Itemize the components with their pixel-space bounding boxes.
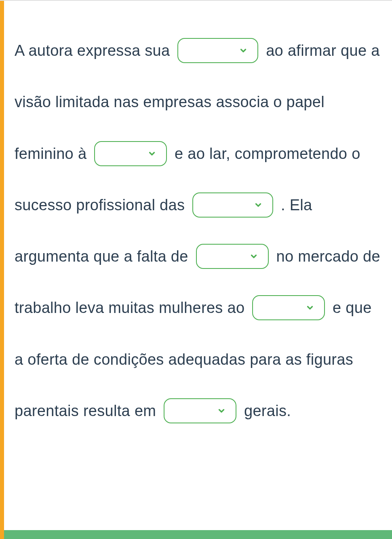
chevron-down-icon xyxy=(254,201,263,209)
blank-dropdown-4[interactable] xyxy=(196,244,269,269)
exercise-content: A autora expressa sua ao afirmar que a v… xyxy=(0,1,392,453)
blank-dropdown-3[interactable] xyxy=(192,192,273,218)
bottom-bar xyxy=(4,530,392,539)
accent-bar xyxy=(0,1,4,539)
blank-dropdown-5[interactable] xyxy=(252,295,325,320)
chevron-down-icon xyxy=(306,303,314,312)
blank-dropdown-2[interactable] xyxy=(94,141,167,166)
chevron-down-icon xyxy=(217,406,226,415)
text-segment: gerais. xyxy=(244,402,291,419)
chevron-down-icon xyxy=(239,46,248,55)
cloze-paragraph: A autora expressa sua ao afirmar que a v… xyxy=(15,25,384,437)
text-segment: A autora expressa sua xyxy=(15,42,174,59)
chevron-down-icon xyxy=(148,149,156,158)
blank-dropdown-6[interactable] xyxy=(164,398,236,423)
exercise-card: A autora expressa sua ao afirmar que a v… xyxy=(0,0,392,539)
chevron-down-icon xyxy=(249,252,258,261)
blank-dropdown-1[interactable] xyxy=(177,38,258,63)
